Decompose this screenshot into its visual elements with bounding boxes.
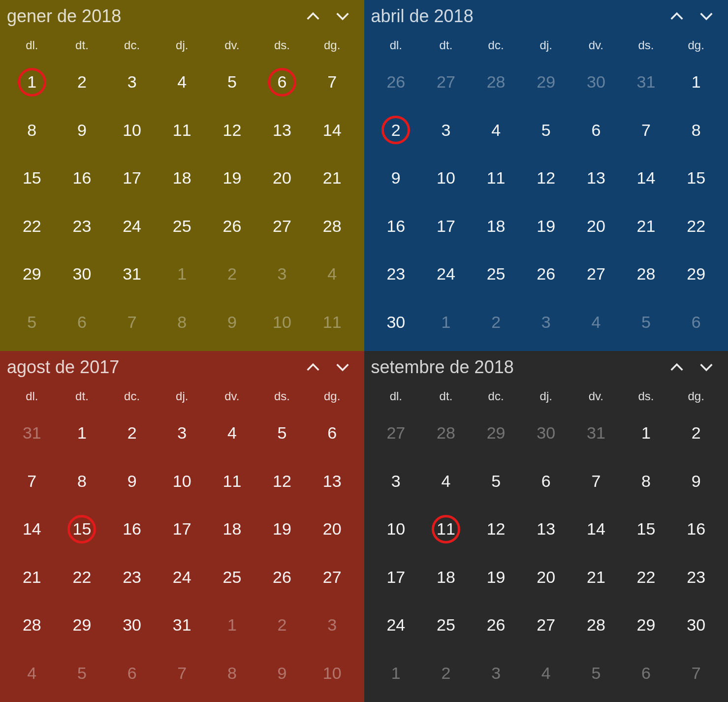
day-cell[interactable]: 14	[307, 106, 357, 155]
day-cell-outside[interactable]: 8	[207, 649, 257, 698]
day-cell[interactable]: 19	[471, 553, 521, 602]
day-cell[interactable]: 31	[157, 601, 207, 649]
day-cell[interactable]: 21	[571, 553, 621, 602]
day-cell[interactable]: 23	[57, 202, 107, 251]
day-cell[interactable]: 6	[521, 457, 571, 506]
day-cell-outside[interactable]: 31	[571, 409, 621, 457]
day-cell-outside[interactable]: 29	[521, 58, 571, 106]
day-cell[interactable]: 1	[7, 58, 57, 106]
day-cell[interactable]: 13	[521, 505, 571, 553]
day-cell[interactable]: 7	[621, 106, 671, 155]
day-cell[interactable]: 11	[421, 505, 471, 553]
day-cell[interactable]: 10	[421, 154, 471, 202]
day-cell[interactable]: 25	[157, 202, 207, 251]
day-cell[interactable]: 5	[521, 106, 571, 155]
day-cell[interactable]: 27	[571, 250, 621, 298]
day-cell[interactable]: 1	[671, 58, 721, 106]
day-cell[interactable]: 2	[57, 58, 107, 106]
month-year-title[interactable]: abril de 2018	[371, 6, 663, 27]
day-cell[interactable]: 30	[107, 601, 157, 649]
day-cell[interactable]: 17	[107, 154, 157, 202]
day-cell[interactable]: 15	[621, 505, 671, 553]
day-cell-outside[interactable]: 9	[257, 649, 307, 698]
day-cell[interactable]: 16	[671, 505, 721, 553]
day-cell-outside[interactable]: 2	[257, 601, 307, 649]
day-cell[interactable]: 21	[621, 202, 671, 251]
day-cell[interactable]: 20	[307, 505, 357, 553]
day-cell[interactable]: 26	[471, 601, 521, 649]
day-cell[interactable]: 16	[371, 202, 421, 251]
day-cell-outside[interactable]: 1	[157, 250, 207, 298]
day-cell-outside[interactable]: 9	[207, 298, 257, 347]
day-cell[interactable]: 17	[157, 505, 207, 553]
day-cell[interactable]: 23	[671, 553, 721, 602]
day-cell-outside[interactable]: 5	[7, 298, 57, 347]
day-cell[interactable]: 20	[257, 154, 307, 202]
day-cell[interactable]: 26	[521, 250, 571, 298]
day-cell[interactable]: 30	[671, 601, 721, 649]
day-cell[interactable]: 5	[207, 58, 257, 106]
day-cell[interactable]: 12	[521, 154, 571, 202]
day-cell-outside[interactable]: 29	[471, 409, 521, 457]
day-cell[interactable]: 23	[371, 250, 421, 298]
day-cell[interactable]: 25	[207, 553, 257, 602]
day-cell[interactable]: 11	[207, 457, 257, 506]
day-cell[interactable]: 6	[571, 106, 621, 155]
day-cell[interactable]: 3	[421, 106, 471, 155]
day-cell[interactable]: 4	[207, 409, 257, 457]
month-year-title[interactable]: agost de 2017	[7, 357, 298, 378]
day-cell-outside[interactable]: 26	[371, 58, 421, 106]
day-cell-outside[interactable]: 2	[471, 298, 521, 347]
day-cell[interactable]: 2	[371, 106, 421, 155]
day-cell[interactable]: 18	[207, 505, 257, 553]
day-cell[interactable]: 13	[257, 106, 307, 155]
day-cell[interactable]: 6	[257, 58, 307, 106]
day-cell-outside[interactable]: 6	[107, 649, 157, 698]
day-cell[interactable]: 5	[257, 409, 307, 457]
day-cell[interactable]: 9	[371, 154, 421, 202]
day-cell-outside[interactable]: 1	[207, 601, 257, 649]
day-cell[interactable]: 4	[157, 58, 207, 106]
day-cell[interactable]: 19	[521, 202, 571, 251]
month-year-title[interactable]: gener de 2018	[7, 6, 298, 27]
day-cell-outside[interactable]: 6	[621, 649, 671, 698]
day-cell[interactable]: 29	[671, 250, 721, 298]
day-cell[interactable]: 7	[571, 457, 621, 506]
day-cell[interactable]: 27	[521, 601, 571, 649]
day-cell[interactable]: 3	[107, 58, 157, 106]
day-cell-outside[interactable]: 10	[257, 298, 307, 347]
day-cell[interactable]: 5	[471, 457, 521, 506]
day-cell-outside[interactable]: 2	[207, 250, 257, 298]
day-cell[interactable]: 31	[107, 250, 157, 298]
day-cell[interactable]: 24	[421, 250, 471, 298]
day-cell-outside[interactable]: 7	[107, 298, 157, 347]
day-cell[interactable]: 3	[371, 457, 421, 506]
day-cell[interactable]: 18	[157, 154, 207, 202]
day-cell[interactable]: 8	[57, 457, 107, 506]
day-cell-outside[interactable]: 4	[571, 298, 621, 347]
day-cell[interactable]: 12	[207, 106, 257, 155]
day-cell-outside[interactable]: 4	[7, 649, 57, 698]
day-cell-outside[interactable]: 3	[471, 649, 521, 698]
day-cell[interactable]: 21	[7, 553, 57, 602]
day-cell[interactable]: 8	[621, 457, 671, 506]
day-cell-outside[interactable]: 1	[421, 298, 471, 347]
day-cell-outside[interactable]: 27	[421, 58, 471, 106]
day-cell-outside[interactable]: 1	[371, 649, 421, 698]
day-cell[interactable]: 22	[7, 202, 57, 251]
day-cell[interactable]: 16	[57, 154, 107, 202]
day-cell-outside[interactable]: 10	[307, 649, 357, 698]
day-cell-outside[interactable]: 3	[521, 298, 571, 347]
day-cell[interactable]: 17	[421, 202, 471, 251]
day-cell-outside[interactable]: 31	[621, 58, 671, 106]
day-cell[interactable]: 1	[621, 409, 671, 457]
day-cell[interactable]: 17	[371, 553, 421, 602]
day-cell[interactable]: 4	[421, 457, 471, 506]
day-cell[interactable]: 22	[621, 553, 671, 602]
day-cell-outside[interactable]: 7	[671, 649, 721, 698]
day-cell[interactable]: 30	[57, 250, 107, 298]
day-cell[interactable]: 15	[57, 505, 107, 553]
day-cell[interactable]: 29	[7, 250, 57, 298]
day-cell[interactable]: 16	[107, 505, 157, 553]
day-cell-outside[interactable]: 6	[671, 298, 721, 347]
